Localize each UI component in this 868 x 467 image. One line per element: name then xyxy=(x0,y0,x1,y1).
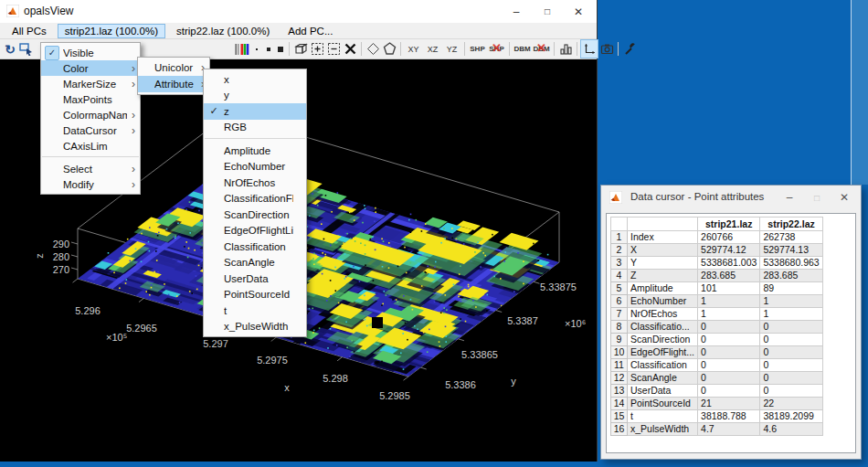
column-header-strip22-laz[interactable]: strip22.laz xyxy=(760,218,822,231)
menu-item-modify[interactable]: Modify› xyxy=(41,176,140,192)
camera-icon[interactable] xyxy=(598,40,615,58)
colorbar-icon[interactable] xyxy=(234,40,250,58)
menu-item-label: Classification xyxy=(224,241,293,252)
marker-size-medium-icon[interactable] xyxy=(262,40,274,58)
menu-item-t[interactable]: t xyxy=(204,302,306,319)
menu-item-x-pulsewidth[interactable]: x_PulseWidth xyxy=(204,319,306,335)
view-xy-button[interactable]: XY xyxy=(404,45,423,54)
data-cursor-marker[interactable] xyxy=(372,317,383,328)
tab-strip22-laz-100-0-[interactable]: strip22.laz (100.0%) xyxy=(169,24,277,38)
menu-item-label: Select xyxy=(63,164,127,175)
z-axis-label: z xyxy=(34,253,45,259)
menu-item-classificationflags[interactable]: ClassificationFlags xyxy=(204,191,306,207)
menu-item-edgeofflightline[interactable]: EdgeOfFlightLine xyxy=(204,223,306,239)
zoom-out-box-icon[interactable] xyxy=(325,40,342,58)
close-icon[interactable]: ✕ xyxy=(563,0,594,23)
view-xz-button[interactable]: XZ xyxy=(423,45,442,54)
menu-item-label: DataCursor xyxy=(63,125,127,136)
menu-separator xyxy=(42,156,139,157)
rotate-3d-icon[interactable]: ↻ xyxy=(2,40,18,58)
submenu-arrow-icon: › xyxy=(127,178,135,191)
maximize-icon[interactable]: □ xyxy=(803,186,831,209)
table-row: 5Amplitude10189 xyxy=(611,282,823,295)
marker-size-large-icon[interactable] xyxy=(274,40,286,58)
column-header-strip21-laz[interactable]: strip21.laz xyxy=(698,218,760,231)
dbm-on-button[interactable]: DBM xyxy=(513,45,532,53)
polygon-select-icon[interactable] xyxy=(381,40,397,58)
data-cursor-title-bar[interactable]: Data cursor - Point attributes – □ ✕ xyxy=(601,186,861,209)
red-cross-icon: ✕ xyxy=(487,41,506,55)
menu-item-unicolor[interactable]: Unicolor› xyxy=(138,59,209,76)
menu-item-markersize[interactable]: MarkerSize› xyxy=(41,76,140,91)
menu-item-pointsourceid[interactable]: PointSourceId xyxy=(204,287,306,303)
histogram-icon[interactable] xyxy=(557,40,574,58)
menu-item-scandirection[interactable]: ScanDirection xyxy=(204,207,306,223)
menu-item-amplitude[interactable]: Amplitude xyxy=(204,143,306,159)
tab-strip21-laz-100-0-[interactable]: strip21.laz (100.0%) xyxy=(58,24,165,38)
minimize-icon[interactable]: – xyxy=(501,0,532,23)
strip21-value: 21 xyxy=(698,398,760,410)
measure-tool-icon[interactable] xyxy=(621,40,638,58)
menu-item-colormapname[interactable]: ColormapName› xyxy=(41,107,140,122)
table-row: 14PointSourceId2122 xyxy=(611,398,823,410)
menu-item-nrofechos[interactable]: NrOfEchos xyxy=(204,175,306,191)
shp-on-button[interactable]: SHP xyxy=(468,45,487,53)
toolbar-separator xyxy=(289,42,290,56)
menu-item-select[interactable]: Select› xyxy=(41,161,140,176)
marker-size-small-icon[interactable] xyxy=(250,40,262,58)
menu-item-attribute[interactable]: Attribute› xyxy=(138,76,209,92)
color-submenu: Unicolor›Attribute› xyxy=(137,57,210,95)
z-tick-label: 270 xyxy=(53,264,69,275)
title-bar[interactable]: opalsView – □ ✕ xyxy=(0,0,597,24)
x-axis-label: x xyxy=(284,382,290,393)
toolbar-separator xyxy=(361,42,362,56)
menu-item-label: ClassificationFlags xyxy=(224,193,293,204)
strip22-value: 1 xyxy=(760,308,822,321)
maximize-icon[interactable]: □ xyxy=(532,0,563,23)
tab-all-pcs[interactable]: All PCs xyxy=(5,24,54,38)
menu-item-label: EchoNumber xyxy=(224,161,293,172)
axes-icon[interactable] xyxy=(580,39,598,58)
close-icon[interactable]: ✕ xyxy=(831,186,858,209)
menu-item-scanangle[interactable]: ScanAngle xyxy=(204,255,306,271)
menu-item-color[interactable]: Color› xyxy=(41,60,140,76)
menu-item-z[interactable]: ✓z xyxy=(204,103,306,120)
table-row: 10EdgeOfFlight...00 xyxy=(611,346,823,359)
menu-item-caxislim[interactable]: CAxisLim xyxy=(41,138,140,154)
menu-item-label: UserData xyxy=(224,273,293,284)
menu-item-y[interactable]: y xyxy=(204,88,306,104)
row-number: 4 xyxy=(611,270,628,282)
check-gutter: ✓ xyxy=(41,46,63,60)
box-3d-icon[interactable] xyxy=(292,40,309,58)
zoom-in-box-icon[interactable] xyxy=(309,40,325,58)
menu-item-datacursor[interactable]: DataCursor› xyxy=(41,122,140,138)
table-row: 2X529774.12529774.13 xyxy=(611,244,823,257)
matlab-app-icon xyxy=(6,5,19,17)
attribute-table-panel: strip21.lazstrip22.laz1Index260766262738… xyxy=(606,213,856,453)
menu-item-label: ScanAngle xyxy=(224,257,293,268)
checkmark-icon: ✓ xyxy=(45,46,59,60)
minimize-icon[interactable]: – xyxy=(776,186,803,209)
strip21-value: 0 xyxy=(698,372,760,385)
menu-item-maxpoints[interactable]: MaxPoints xyxy=(41,91,140,107)
tab-add-pc-[interactable]: Add PC... xyxy=(281,24,340,38)
shp-off-button[interactable]: SHP✕ xyxy=(487,45,506,53)
view-yz-button[interactable]: YZ xyxy=(442,45,461,54)
menu-item-userdata[interactable]: UserData xyxy=(204,271,306,287)
polyline-select-icon[interactable] xyxy=(365,40,381,58)
add-pointcloud-icon[interactable] xyxy=(18,40,35,58)
attribute-name: Classification xyxy=(628,359,698,372)
strip22-value: 0 xyxy=(760,346,822,359)
x-tick-label: 5.2965 xyxy=(126,323,157,334)
table-row: 11Classification00 xyxy=(611,359,823,372)
menu-item-echonumber[interactable]: EchoNumber xyxy=(204,159,306,175)
table-row: 6EchoNumber11 xyxy=(611,295,823,308)
dbm-off-button[interactable]: DBM✕ xyxy=(532,45,551,53)
y-tick-label: 5.33865 xyxy=(461,349,498,360)
menu-item-x[interactable]: x xyxy=(204,71,306,88)
strip22-value: 529774.13 xyxy=(760,244,822,257)
menu-item-classification[interactable]: Classification xyxy=(204,239,306,255)
menu-item-rgb[interactable]: RGB xyxy=(204,120,306,136)
pan-arrows-icon[interactable] xyxy=(342,40,358,58)
menu-item-visible[interactable]: ✓Visible xyxy=(41,45,140,60)
